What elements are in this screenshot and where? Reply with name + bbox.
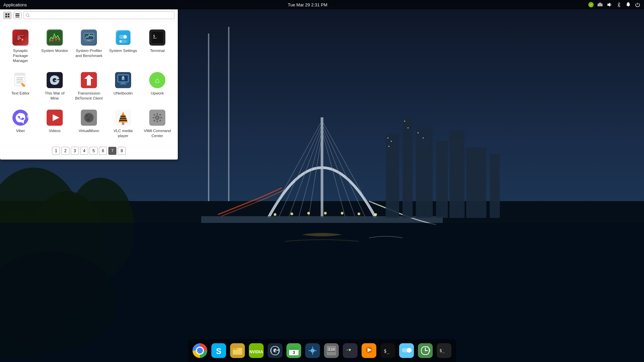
dock-item-scribes[interactable]: ~▼ xyxy=(341,342,359,359)
volume-icon[interactable] xyxy=(606,2,612,8)
system-settings-label: System Settings xyxy=(109,48,137,53)
svg-rect-52 xyxy=(8,13,9,15)
page-4-button[interactable]: 4 xyxy=(80,147,88,155)
dock-item-xmind[interactable] xyxy=(304,342,321,359)
page-3-button[interactable]: 3 xyxy=(71,147,79,155)
svg-rect-80 xyxy=(119,40,122,43)
dock-item-calendar[interactable]: 3 xyxy=(285,342,303,359)
videos-icon xyxy=(46,109,63,126)
dock-item-toggle[interactable] xyxy=(398,342,415,359)
dock-item-nvidia[interactable]: NVIDIA xyxy=(248,342,265,359)
system-monitor-icon xyxy=(46,29,63,46)
svg-rect-126 xyxy=(153,117,155,118)
svg-rect-39 xyxy=(404,121,405,122)
svg-rect-15 xyxy=(416,127,433,218)
transmission-icon xyxy=(80,71,98,89)
dock-item-calculator[interactable]: 3.14 xyxy=(323,342,340,359)
this-war-of-mine-label: This War of Mine xyxy=(40,91,69,101)
app-item-upwork[interactable]: ⌂ Upwork xyxy=(140,67,174,105)
page-2-button[interactable]: 2 xyxy=(61,147,69,155)
dock-item-terminal2[interactable]: $_ xyxy=(379,342,396,359)
topbar-right: ✓ xyxy=(588,2,641,8)
terminal-icon: $_ xyxy=(149,29,166,46)
svg-text:S: S xyxy=(216,347,221,356)
transmission-label: Transmission BitTorrent Client xyxy=(74,91,103,101)
svg-rect-103 xyxy=(122,76,124,77)
dock-item-terminal3[interactable]: $_ xyxy=(435,342,453,359)
search-input[interactable] xyxy=(31,13,172,18)
app-item-vlc[interactable]: VLC media player xyxy=(106,105,140,142)
app-item-virtualmoon[interactable]: VirtualMoon xyxy=(72,105,106,142)
svg-rect-119 xyxy=(120,116,126,117)
vma-icon xyxy=(149,109,166,126)
svg-rect-37 xyxy=(391,141,392,142)
app-item-this-war-of-mine[interactable]: This War of Mine xyxy=(38,67,72,105)
dock-item-skype[interactable]: S xyxy=(210,342,227,359)
svg-rect-36 xyxy=(387,137,388,138)
svg-rect-53 xyxy=(5,16,7,17)
svg-rect-51 xyxy=(5,13,7,15)
topbar-left: Applications xyxy=(3,2,27,7)
notification-icon[interactable] xyxy=(625,2,631,8)
dock-item-chrome[interactable] xyxy=(191,342,209,359)
svg-point-111 xyxy=(84,113,94,122)
svg-rect-127 xyxy=(160,117,162,118)
topbar: Applications Tue Mar 29 2:31 PM ✓ xyxy=(0,0,644,9)
app-item-system-monitor[interactable]: System Monitor xyxy=(38,25,72,67)
svg-rect-143 xyxy=(289,347,299,350)
grid-view-button[interactable] xyxy=(3,12,11,19)
list-view-button[interactable] xyxy=(13,12,21,19)
svg-rect-61 xyxy=(17,35,24,36)
page-6-button[interactable]: 6 xyxy=(99,147,107,155)
network-icon[interactable] xyxy=(597,2,603,8)
svg-point-29 xyxy=(274,213,276,216)
power-icon[interactable] xyxy=(635,2,641,8)
svg-point-32 xyxy=(324,212,327,215)
page-8-button[interactable]: 8 xyxy=(118,147,126,155)
svg-text:$_: $_ xyxy=(384,348,389,354)
svg-rect-45 xyxy=(600,2,600,6)
nvidia-status-icon[interactable]: ✓ xyxy=(588,2,594,7)
app-item-text-editor[interactable]: Text Editor xyxy=(3,67,38,105)
svg-rect-38 xyxy=(388,146,389,147)
app-item-system-settings[interactable]: System Settings xyxy=(106,25,140,67)
svg-rect-125 xyxy=(157,120,158,122)
svg-point-31 xyxy=(307,212,310,215)
svg-rect-20 xyxy=(208,34,209,201)
app-item-system-profiler[interactable]: System Profiler and Benchmark xyxy=(72,25,106,67)
pagination: 1 2 3 4 5 6 7 8 xyxy=(0,144,178,156)
svg-rect-84 xyxy=(153,38,156,39)
app-item-videos[interactable]: Videos xyxy=(38,105,72,142)
datetime-display: Tue Mar 29 2:31 PM xyxy=(288,2,327,7)
app-item-unetbootin[interactable]: UNetbootin xyxy=(106,67,140,105)
svg-point-146 xyxy=(311,349,315,353)
system-profiler-label: System Profiler and Benchmark xyxy=(74,48,103,58)
svg-point-58 xyxy=(26,14,29,16)
svg-rect-75 xyxy=(85,41,93,42)
svg-rect-78 xyxy=(123,35,127,39)
svg-rect-19 xyxy=(490,154,500,218)
page-5-button[interactable]: 5 xyxy=(90,147,98,155)
bluetooth-icon[interactable] xyxy=(616,2,622,8)
app-item-transmission[interactable]: Transmission BitTorrent Client xyxy=(72,67,106,105)
dock-item-files[interactable] xyxy=(229,342,246,359)
svg-rect-18 xyxy=(466,147,486,218)
page-1-button[interactable]: 1 xyxy=(52,147,60,155)
svg-rect-13 xyxy=(386,134,399,218)
app-menu: + Synaptic Package Manager System Monito… xyxy=(0,9,178,160)
dock-item-clementine[interactable] xyxy=(360,342,378,359)
dock-item-steam[interactable] xyxy=(266,342,284,359)
svg-point-164 xyxy=(407,348,412,353)
page-7-button[interactable]: 7 xyxy=(108,147,116,155)
app-item-viber[interactable]: Viber xyxy=(3,105,38,142)
vlc-icon xyxy=(114,109,132,126)
app-item-vma[interactable]: VMA Command Center xyxy=(140,105,174,142)
synaptic-label: Synaptic Package Manager xyxy=(6,48,35,63)
viber-label: Viber xyxy=(16,128,25,133)
svg-rect-16 xyxy=(436,141,448,218)
applications-menu-button[interactable]: Applications xyxy=(3,2,27,7)
dock-item-update-manager[interactable] xyxy=(417,342,434,359)
app-item-synaptic[interactable]: + Synaptic Package Manager xyxy=(3,25,38,67)
app-item-terminal[interactable]: $_ Terminal xyxy=(140,25,174,67)
svg-point-120 xyxy=(122,122,124,125)
